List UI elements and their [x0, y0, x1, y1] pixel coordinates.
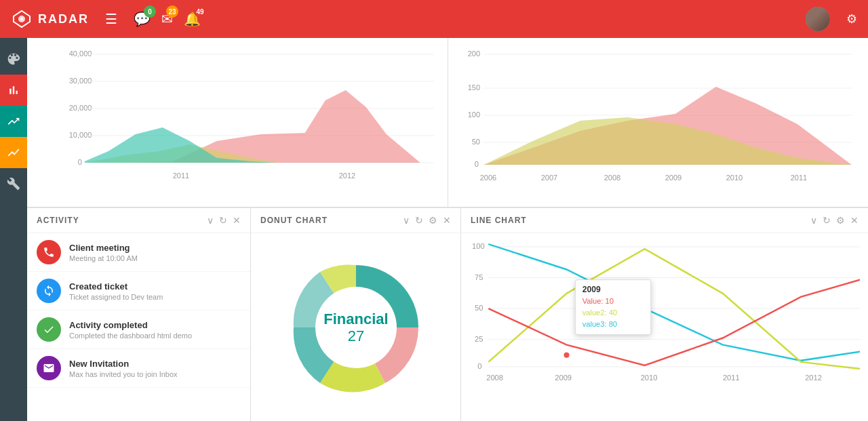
logo-icon	[11, 8, 33, 30]
activity-sub-1: Ticket assigned to Dev team	[69, 293, 241, 301]
x-2006: 2006	[479, 174, 496, 182]
area-chart-left-svg: 40,000 30,000 20,000 10,000 0	[38, 46, 437, 188]
main-layout: 40,000 30,000 20,000 10,000 0	[0, 38, 868, 421]
donut-title: DONUT CHART	[260, 216, 403, 225]
mail-badge: 23	[166, 5, 178, 18]
activity-header: ACTIVITY ∨ ↻ ✕	[27, 208, 250, 233]
donut-controls: ∨ ↻ ⚙ ✕	[403, 215, 451, 226]
y-label-0: 0	[78, 158, 82, 166]
line-close-icon[interactable]: ✕	[850, 215, 859, 226]
donut-center-value: 27	[347, 327, 363, 344]
x-2008: 2008	[604, 174, 620, 182]
activity-title-1: Created ticket	[69, 281, 241, 292]
tooltip-v3: value3: 80	[583, 320, 617, 328]
line-collapse-icon[interactable]: ∨	[810, 215, 817, 226]
mail-icon-wrap[interactable]: ✉ 23	[161, 11, 173, 27]
sidebar	[0, 38, 27, 421]
y-label-40k: 40,000	[69, 49, 92, 58]
x-2009: 2009	[665, 174, 681, 182]
activity-item-1: Created ticket Ticket assigned to Dev te…	[27, 272, 250, 310]
line-y-0: 0	[477, 362, 481, 370]
y-label-100: 100	[467, 111, 479, 119]
line-x-2009: 2009	[555, 374, 572, 382]
activity-text-2: Activity completed Completed the dashboa…	[69, 320, 241, 340]
avatar-image	[806, 7, 830, 31]
x-label-2011: 2011	[173, 172, 189, 180]
x-2011r: 2011	[790, 174, 806, 182]
chat-icon-wrap[interactable]: 💬 0	[134, 11, 151, 27]
activity-collapse-icon[interactable]: ∨	[207, 215, 214, 226]
line-x-2012: 2012	[805, 374, 822, 382]
y-label-0r: 0	[474, 160, 478, 168]
activity-list: Client meeting Meeting at 10:00 AM Creat…	[27, 233, 250, 421]
tooltip-group: 2009 Value: 10 value2: 40 value3: 80	[576, 280, 651, 335]
area-chart-right-svg: 200 150 100 50 0 2006	[459, 46, 858, 188]
line-controls: ∨ ↻ ⚙ ✕	[810, 215, 859, 226]
tooltip-year: 2009	[583, 285, 601, 294]
donut-settings-icon[interactable]: ⚙	[429, 215, 437, 226]
y-label-20k: 20,000	[69, 104, 92, 112]
donut-refresh-icon[interactable]: ↻	[415, 215, 423, 226]
charts-row: 40,000 30,000 20,000 10,000 0	[27, 38, 868, 207]
activity-icon-phone	[37, 240, 61, 264]
tooltip-v1: Value: 10	[583, 297, 614, 305]
activity-close-icon[interactable]: ✕	[233, 215, 241, 226]
x-2007: 2007	[540, 174, 557, 182]
hamburger-icon[interactable]: ☰	[105, 11, 117, 27]
y-label-30k: 30,000	[69, 77, 92, 85]
activity-item-0: Client meeting Meeting at 10:00 AM	[27, 233, 250, 272]
tooltip-v2: value2: 40	[583, 308, 617, 317]
activity-text-3: New Invitation Max has invited you to jo…	[69, 359, 241, 378]
line-x-2008: 2008	[486, 374, 503, 382]
line-teal	[488, 244, 860, 361]
content-area: 40,000 30,000 20,000 10,000 0	[27, 38, 868, 421]
line-y-25: 25	[475, 335, 483, 343]
settings-icon[interactable]: ⚙	[846, 12, 857, 26]
activity-title-3: New Invitation	[69, 359, 241, 369]
line-y-50: 50	[475, 304, 483, 312]
line-header: LINE CHART ∨ ↻ ⚙ ✕	[461, 208, 868, 233]
donut-close-icon[interactable]: ✕	[443, 215, 451, 226]
y-label-200: 200	[467, 49, 479, 58]
donut-header: DONUT CHART ∨ ↻ ⚙ ✕	[251, 208, 460, 233]
activity-title-0: Client meeting	[69, 243, 241, 253]
bottom-row: ACTIVITY ∨ ↻ ✕ Client meeting M	[27, 207, 868, 421]
line-dot-2009	[564, 353, 569, 358]
svg-point-1	[20, 18, 23, 20]
line-yellow	[488, 249, 860, 369]
area-chart-right: 200 150 100 50 0 2006	[448, 38, 869, 207]
y-label-50: 50	[471, 138, 479, 146]
line-x-2011: 2011	[723, 374, 740, 382]
donut-svg: Financial 27	[281, 253, 431, 402]
bell-icon-wrap[interactable]: 🔔 49	[184, 11, 201, 27]
donut-center-label: Financial	[323, 310, 388, 327]
line-refresh-icon[interactable]: ↻	[823, 215, 831, 226]
sidebar-item-area[interactable]	[0, 137, 27, 168]
activity-icon-ticket	[37, 279, 61, 303]
line-x-2010: 2010	[641, 374, 658, 382]
sidebar-item-chart[interactable]	[0, 75, 27, 106]
user-avatar[interactable]	[806, 7, 830, 31]
x-label-2012: 2012	[339, 172, 355, 180]
sidebar-item-trending[interactable]	[0, 106, 27, 137]
y-label-10k: 10,000	[69, 131, 92, 139]
activity-controls: ∨ ↻ ✕	[207, 215, 241, 226]
donut-container: Financial 27	[251, 233, 460, 421]
nav-icons: 💬 0 ✉ 23 🔔 49	[134, 11, 201, 27]
activity-icon-check	[37, 317, 61, 342]
line-y-100: 100	[472, 242, 485, 250]
sidebar-item-tools[interactable]	[0, 168, 27, 199]
line-y-75: 75	[475, 273, 483, 281]
activity-text-0: Client meeting Meeting at 10:00 AM	[69, 243, 241, 262]
activity-refresh-icon[interactable]: ↻	[219, 215, 227, 226]
activity-sub-3: Max has invited you to join Inbox	[69, 370, 241, 378]
activity-panel: ACTIVITY ∨ ↻ ✕ Client meeting M	[27, 207, 251, 421]
y-label-150: 150	[467, 83, 479, 92]
logo-text: RADAR	[38, 12, 89, 26]
activity-title: ACTIVITY	[37, 216, 207, 225]
donut-collapse-icon[interactable]: ∨	[403, 215, 410, 226]
line-settings-icon[interactable]: ⚙	[836, 215, 845, 226]
activity-icon-mail	[37, 356, 61, 380]
sidebar-item-palette[interactable]	[0, 43, 27, 75]
topbar: RADAR ☰ 💬 0 ✉ 23 🔔 49 ⚙	[0, 0, 868, 38]
